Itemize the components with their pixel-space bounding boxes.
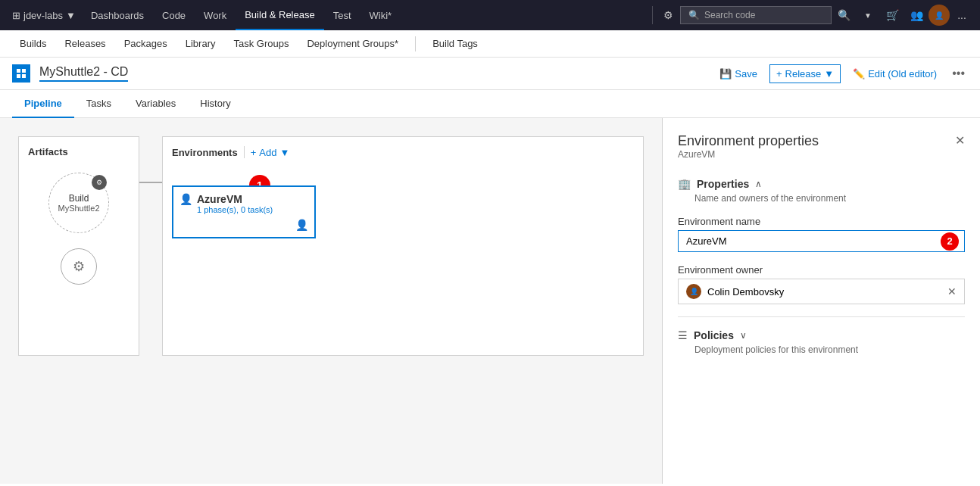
nav-build-release[interactable]: Build & Release: [236, 0, 324, 30]
pipeline-canvas: Artifacts ⚙ Build MyShuttle2 ⚙ Environme…: [0, 118, 662, 484]
owner-field: 👤 Colin Dembovsky ✕: [678, 279, 965, 304]
basket-icon[interactable]: 🛒: [880, 3, 904, 27]
env-name-input[interactable]: [678, 230, 965, 252]
pipeline-icon: [12, 64, 30, 83]
topbar-divider: [652, 6, 653, 24]
add-chevron-icon: ▼: [279, 147, 289, 158]
env-divider: [244, 146, 245, 158]
people-icon[interactable]: 👥: [904, 3, 929, 27]
tab-variables[interactable]: Variables: [123, 90, 188, 118]
side-panel: Environment properties AzureVM ✕ 🏢 Prope…: [662, 118, 980, 484]
env-footer: 👤: [179, 219, 308, 231]
add-icon: +: [251, 147, 257, 158]
save-button[interactable]: 💾 Save: [713, 65, 763, 83]
properties-section-header[interactable]: 🏢 Properties ∧: [678, 178, 965, 190]
search-icon: 🔍: [688, 10, 700, 20]
env-card-name: AzureVM: [197, 193, 273, 205]
subnav-task-groups[interactable]: Task Groups: [226, 30, 296, 58]
policies-desc: Deployment policies for this environment: [694, 344, 965, 355]
environment-card[interactable]: 👤 AzureVM 1 phase(s), 0 task(s) 👤: [172, 185, 316, 238]
edit-icon: ✏️: [853, 68, 865, 79]
add-environment-button[interactable]: + Add ▼: [251, 147, 290, 158]
org-icon: ⊞: [12, 10, 20, 21]
chevron-down-icon: ▼: [824, 68, 834, 79]
nav-dashboards[interactable]: Dashboards: [82, 0, 153, 30]
nav-wiki[interactable]: Wiki*: [360, 0, 401, 30]
avatar[interactable]: 👤: [929, 5, 950, 26]
tab-history[interactable]: History: [188, 90, 242, 118]
subnav-packages[interactable]: Packages: [117, 30, 175, 58]
artifacts-box: Artifacts ⚙ Build MyShuttle2 ⚙: [18, 136, 139, 356]
nav-test[interactable]: Test: [324, 0, 360, 30]
owner-name: Colin Dembovsky: [707, 286, 941, 298]
org-name: jdev-labs: [23, 10, 63, 21]
chevron-down-icon[interactable]: ▼: [856, 3, 880, 27]
more-options-button[interactable]: •••: [949, 64, 968, 83]
subnav-divider: [415, 36, 416, 51]
close-button[interactable]: ✕: [955, 133, 965, 148]
release-button[interactable]: + Release ▼: [769, 64, 841, 83]
connector: [139, 136, 162, 183]
svg-rect-2: [17, 74, 20, 78]
subnav-library[interactable]: Library: [178, 30, 223, 58]
more-icon[interactable]: ...: [950, 3, 974, 27]
section-divider: [678, 316, 965, 317]
policies-section: ☰ Policies ∨ Deployment policies for thi…: [678, 329, 965, 355]
subnav: Builds Releases Packages Library Task Gr…: [0, 30, 980, 58]
policies-title: Policies: [694, 329, 734, 341]
properties-title: Properties: [697, 178, 749, 190]
svg-rect-0: [17, 69, 20, 73]
subnav-deployment-groups[interactable]: Deployment Groups*: [299, 30, 406, 58]
artifact-node[interactable]: ⚙ Build MyShuttle2: [48, 173, 109, 233]
env-header: Environments + Add ▼: [172, 146, 634, 158]
subnav-builds[interactable]: Builds: [12, 30, 54, 58]
tab-tasks[interactable]: Tasks: [74, 90, 123, 118]
pipeline-actions: 💾 Save + Release ▼ ✏️ Edit (Old editor) …: [713, 64, 968, 83]
topbar: ⊞ jdev-labs ▼ Dashboards Code Work Build…: [0, 0, 980, 30]
env-owner-label: Environment owner: [678, 264, 965, 276]
nav-code[interactable]: Code: [153, 0, 195, 30]
search-box[interactable]: 🔍 Search code: [680, 6, 832, 24]
svg-rect-1: [22, 69, 26, 73]
nav-work[interactable]: Work: [195, 0, 236, 30]
owner-avatar: 👤: [686, 284, 701, 299]
save-icon: 💾: [719, 68, 732, 79]
env-name-label: Environment name: [678, 216, 965, 227]
subnav-releases[interactable]: Releases: [57, 30, 113, 58]
page-title: MyShuttle2 - CD: [39, 65, 128, 82]
environments-title: Environments: [172, 147, 238, 158]
edit-button[interactable]: ✏️ Edit (Old editor): [847, 65, 943, 83]
artifact-label2: MyShuttle2: [58, 204, 99, 213]
properties-desc: Name and owners of the environment: [694, 193, 965, 204]
org-chevron-icon: ▼: [66, 10, 76, 21]
plus-icon: +: [776, 68, 782, 79]
artifact-settings-icon: ⚙: [92, 175, 107, 190]
tabbar: Pipeline Tasks Variables History: [0, 90, 980, 118]
panel-header: Environment properties AzureVM ✕: [678, 133, 965, 175]
settings-icon[interactable]: ⚙: [656, 3, 680, 27]
connector-line: [139, 182, 162, 183]
policies-chevron-icon: ∨: [740, 330, 747, 341]
search-expand-icon[interactable]: 🔍: [832, 3, 856, 27]
owner-clear-button[interactable]: ✕: [947, 285, 957, 298]
top-nav: Dashboards Code Work Build & Release Tes…: [82, 0, 649, 30]
svg-rect-3: [22, 74, 26, 78]
search-label: Search code: [704, 10, 755, 20]
panel-title: Environment properties: [678, 133, 819, 149]
policies-header[interactable]: ☰ Policies ∨: [678, 329, 965, 341]
env-card-phases[interactable]: 1 phase(s), 0 task(s): [197, 205, 273, 214]
properties-icon: 🏢: [678, 178, 691, 190]
subnav-build-tags[interactable]: Build Tags: [425, 30, 485, 58]
env-card-header: 👤 AzureVM 1 phase(s), 0 task(s): [179, 193, 308, 214]
post-deployment-icon[interactable]: 👤: [295, 219, 308, 231]
artifacts-title: Artifacts: [28, 146, 130, 157]
pipeline-header: MyShuttle2 - CD 💾 Save + Release ▼ ✏️ Ed…: [0, 58, 980, 90]
environments-box: Environments + Add ▼ 1 👤: [162, 136, 644, 356]
tab-pipeline[interactable]: Pipeline: [12, 90, 74, 118]
gear-node[interactable]: ⚙: [61, 248, 97, 285]
main-content: Artifacts ⚙ Build MyShuttle2 ⚙ Environme…: [0, 118, 980, 484]
pre-deployment-icon[interactable]: 👤: [179, 193, 192, 205]
properties-chevron-icon: ∧: [755, 179, 762, 189]
org-selector[interactable]: ⊞ jdev-labs ▼: [6, 10, 82, 21]
artifact-label1: Build: [69, 193, 89, 204]
